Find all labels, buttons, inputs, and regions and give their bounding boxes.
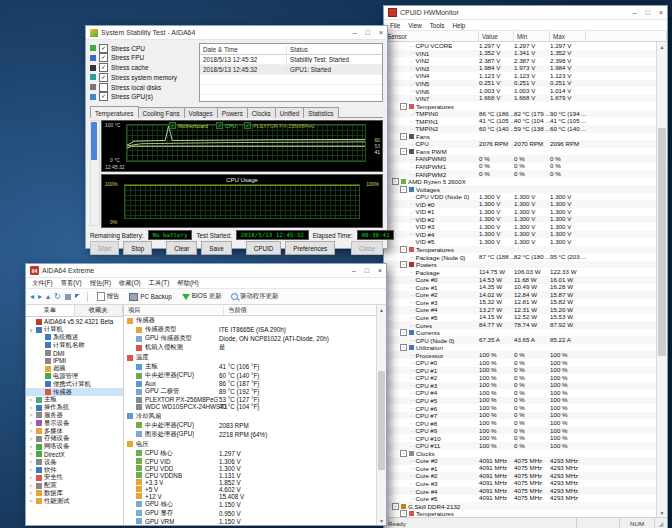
sensor-value-row[interactable]: 图形处理器(GPU)2218 RPM (64%)	[124, 430, 376, 439]
hw-section-row[interactable]: -Clocks	[384, 450, 656, 458]
tree-item[interactable]: 电源管理	[26, 373, 123, 381]
maximize-icon[interactable]: □	[365, 267, 369, 274]
tree-item[interactable]: IPMI	[26, 357, 123, 365]
collapse-icon[interactable]: -	[400, 133, 407, 140]
sensor-value-row[interactable]: +3.3 V1.852 V	[124, 479, 376, 486]
hw-sensor-row[interactable]: ─CPU #1100 %0 %100 %	[384, 367, 656, 375]
hw-sensor-row[interactable]: ─Package (Node 0)87 °C (188 ...82 °C (18…	[384, 253, 656, 261]
hw-sensor-row[interactable]: ─CPU (Node 0)67.35 A43.65 A85.22 A	[384, 336, 656, 344]
scroll-down-icon[interactable]: ▼	[377, 516, 386, 525]
sensor-value-row[interactable]: CPU VID1.306 V	[124, 458, 376, 465]
hw-sensor-row[interactable]: ─CPU2076 RPM2070 RPM2096 RPM	[384, 140, 656, 148]
sensor-section-row[interactable]: 传感器	[124, 316, 376, 325]
cpuid-button[interactable]: CPUID	[246, 241, 282, 255]
preferences-button[interactable]: Preferences	[285, 241, 335, 255]
sensor-value-row[interactable]: PLEXTOR PX-256M8PeG53 °C (127 °F)	[124, 396, 376, 403]
sensor-value-row[interactable]: 机箱入侵检测是	[124, 343, 376, 352]
hwmonitor-scrollbar[interactable]: ▲ ▼	[656, 42, 667, 517]
expand-icon[interactable]: >	[28, 467, 34, 473]
sensor-value-row[interactable]: 中央处理器(CPU)2083 RPM	[124, 421, 376, 430]
user-icon[interactable]	[65, 294, 71, 300]
sensor-value-row[interactable]: +5 V4.602 V	[124, 486, 376, 493]
minimize-icon[interactable]: –	[353, 29, 357, 36]
expand-icon[interactable]: >	[28, 490, 34, 496]
tree-item[interactable]: >主板	[26, 396, 123, 404]
expand-icon[interactable]: >	[28, 475, 34, 481]
tab-voltages[interactable]: Voltages	[184, 107, 218, 118]
close-icon[interactable]: ×	[659, 9, 663, 16]
hw-sensor-row[interactable]: ─Processor100 %0 %100 %	[384, 351, 656, 359]
collapse-icon[interactable]: ∨	[28, 327, 34, 333]
hw-sensor-row[interactable]: ─VID #51.300 V1.300 V1.300 V	[384, 238, 656, 246]
sensor-value-row[interactable]: GPU 传感器类型Diode, ON NCP81022 (ATI-Diode, …	[124, 334, 376, 343]
aida64-scrollbar[interactable]: ▲ ▼	[376, 305, 386, 525]
driver-update-button[interactable]: 驱动程序更新	[228, 292, 281, 301]
checkbox[interactable]: ✓	[99, 53, 108, 62]
stress-option[interactable]: ✓Stress FPU	[90, 54, 194, 62]
graph-scrollbar-thumb[interactable]	[91, 122, 97, 160]
menu-item[interactable]: 收藏(O)	[115, 279, 145, 288]
tree-item[interactable]: 系统概述	[26, 334, 123, 342]
expand-icon[interactable]: >	[28, 412, 34, 418]
expand-icon[interactable]: >	[28, 498, 34, 504]
tree-item[interactable]: >DirectX	[26, 451, 123, 459]
hw-sensor-row[interactable]: ─VIN71.668 V1.668 V1.679 V	[384, 95, 656, 103]
collapse-icon[interactable]: -	[400, 148, 407, 155]
tab-powers[interactable]: Powers	[217, 107, 248, 118]
collapse-icon[interactable]: -	[400, 261, 407, 268]
tree-item[interactable]: >安全性	[26, 474, 123, 482]
tree-item[interactable]: 计算机名称	[26, 341, 123, 349]
hw-sensor-row[interactable]: ─Package114.75 W106.03 W122.33 W	[384, 268, 656, 276]
sensor-value-row[interactable]: GPU 二极管89 °C (192 °F)	[124, 387, 376, 396]
graph-scrollbar[interactable]	[90, 120, 100, 226]
sensor-value-row[interactable]: GPU 显存0.950 V	[124, 509, 376, 518]
sensor-value-row[interactable]: GPU 核心1.150 V	[124, 500, 376, 509]
maximize-icon[interactable]: □	[646, 9, 650, 16]
hw-sensor-row[interactable]: ─VID #01.300 V1.300 V1.300 V	[384, 200, 656, 208]
hw-sensor-row[interactable]: ─CPU #8100 %0 %100 %	[384, 419, 656, 427]
tree-item[interactable]: DMI	[26, 349, 123, 357]
tree-item[interactable]: >性能测试	[26, 497, 123, 505]
menu-item-view[interactable]: View	[404, 22, 426, 29]
tree-item[interactable]: >操作系统	[26, 404, 123, 412]
menu-item[interactable]: 帮助(H)	[173, 279, 202, 288]
hw-sensor-row[interactable]: ─TMPIN260 °C (140 ...59 °C (138 ...60 °C…	[384, 125, 656, 133]
hw-sensor-row[interactable]: ─Core #315.32 W12.81 W15.82 W	[384, 299, 656, 307]
collapse-icon[interactable]: -	[392, 503, 399, 510]
bios-update-button[interactable]: BIOS 更新	[179, 292, 224, 301]
minimize-icon[interactable]: –	[633, 9, 637, 16]
legend-checkbox[interactable]: ✓	[244, 122, 251, 129]
stop-button[interactable]: Stop	[123, 241, 152, 255]
minimize-icon[interactable]: –	[352, 267, 356, 274]
tree-item[interactable]: >配置	[26, 482, 123, 490]
collapse-icon[interactable]: -	[400, 246, 407, 253]
menu-item-help[interactable]: Help	[448, 22, 469, 29]
expand-icon[interactable]: >	[28, 483, 34, 489]
sensor-value-row[interactable]: CPU VDD1.300 V	[124, 465, 376, 472]
maximize-icon[interactable]: □	[366, 29, 370, 36]
aida64-titlebar[interactable]: 64 AIDA64 Extreme – □ ×	[26, 264, 386, 278]
sensor-value-row[interactable]: 中央处理器(CPU)60 °C (140 °F)	[124, 371, 376, 380]
save-button[interactable]: Save	[201, 241, 231, 255]
sensor-value-row[interactable]: WDC WD10SPCX-24HWST140 °C (104 °F)	[124, 403, 376, 410]
collapse-icon[interactable]: -	[400, 510, 407, 517]
sensor-value-row[interactable]: CPU VDDNB1.131 V	[124, 472, 376, 479]
hw-section-row[interactable]: -Temperatures	[384, 102, 656, 110]
tab-cooling-fans[interactable]: Cooling Fans	[138, 107, 185, 118]
tab-clocks[interactable]: Clocks	[247, 107, 276, 118]
hw-sensor-row[interactable]: ─Core #114.35 W10.49 W16.28 W	[384, 284, 656, 292]
menu-item[interactable]: 报告(R)	[86, 279, 115, 288]
hw-sensor-row[interactable]: ─TMPIN141 °C (105 ...40 °C (104 ...41 °C…	[384, 117, 656, 125]
stress-option[interactable]: ✓Stress cache	[90, 64, 194, 72]
legend-checkbox[interactable]: ✓	[216, 122, 223, 129]
hwmonitor-scrollbar-thumb[interactable]	[658, 128, 666, 356]
collapse-icon[interactable]: -	[400, 329, 407, 336]
aida64-scrollbar-thumb[interactable]	[378, 371, 385, 470]
scroll-up-icon[interactable]: ▲	[377, 305, 386, 314]
sensor-value-row[interactable]: GPU VRM1.150 V	[124, 518, 376, 525]
tree-item[interactable]: >显示设备	[26, 419, 123, 427]
expand-icon[interactable]: >	[28, 459, 34, 465]
chart-icon[interactable]	[75, 294, 81, 300]
tree-item[interactable]: >设备	[26, 458, 123, 466]
pc-backup-button[interactable]: PC Backup	[126, 293, 175, 301]
